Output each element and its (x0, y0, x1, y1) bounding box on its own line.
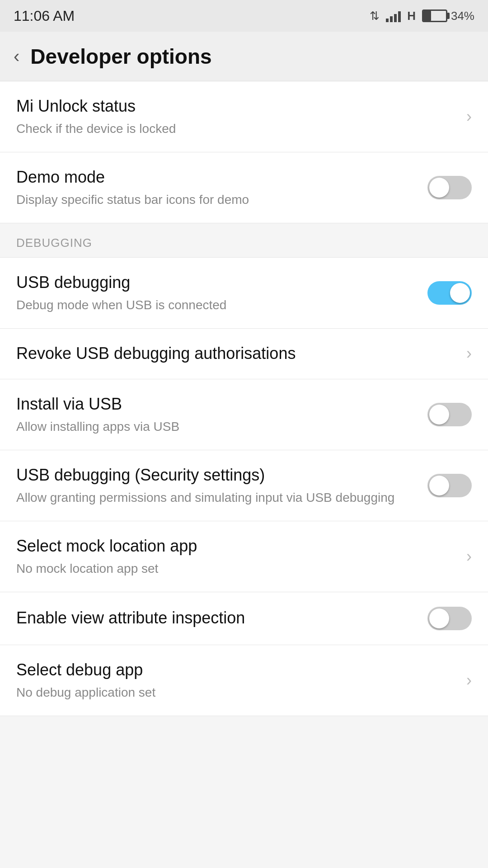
toggle-install-via-usb[interactable] (427, 403, 472, 426)
toggle-thumb-usb-debugging (450, 283, 470, 303)
status-icons: ⇅ H 34% (370, 9, 474, 23)
settings-item-mock-location[interactable]: Select mock location appNo mock location… (0, 521, 488, 592)
toggle-track-install-via-usb[interactable] (427, 403, 472, 426)
toggle-track-view-attribute[interactable] (427, 607, 472, 630)
battery-indicator: 34% (422, 9, 474, 23)
settings-item-subtitle-usb-debugging: Debug mode when USB is connected (16, 296, 418, 314)
chevron-right-icon: › (466, 671, 472, 690)
back-button[interactable]: ‹ (14, 46, 19, 66)
toggle-track-usb-debugging-security[interactable] (427, 474, 472, 497)
settings-item-subtitle-usb-debugging-security: Allow granting permissions and simulatin… (16, 489, 418, 506)
settings-item-subtitle-debug-app: No debug application set (16, 684, 457, 701)
chevron-right-icon: › (466, 107, 472, 126)
settings-item-mi-unlock[interactable]: Mi Unlock statusCheck if the device is l… (0, 81, 488, 152)
settings-item-view-attribute[interactable]: Enable view attribute inspection (0, 592, 488, 645)
settings-item-left-debug-app: Select debug appNo debug application set (16, 660, 466, 701)
settings-item-left-mock-location: Select mock location appNo mock location… (16, 536, 466, 577)
settings-item-left-install-via-usb: Install via USBAllow installing apps via… (16, 394, 427, 435)
toggle-demo-mode[interactable] (427, 176, 472, 199)
settings-item-left-revoke-usb: Revoke USB debugging authorisations (16, 343, 466, 364)
signal-strength-icon (386, 9, 401, 22)
status-bar: 11:06 AM ⇅ H 34% (0, 0, 488, 32)
settings-item-install-via-usb[interactable]: Install via USBAllow installing apps via… (0, 379, 488, 450)
settings-item-usb-debugging-security[interactable]: USB debugging (Security settings)Allow g… (0, 450, 488, 521)
settings-item-title-view-attribute: Enable view attribute inspection (16, 608, 418, 629)
settings-item-title-install-via-usb: Install via USB (16, 394, 418, 415)
settings-item-subtitle-install-via-usb: Allow installing apps via USB (16, 418, 418, 435)
chevron-right-icon: › (466, 344, 472, 363)
toggle-thumb-view-attribute (429, 609, 449, 628)
settings-item-subtitle-mock-location: No mock location app set (16, 560, 457, 577)
settings-item-subtitle-demo-mode: Display specific status bar icons for de… (16, 191, 418, 208)
settings-item-title-mock-location: Select mock location app (16, 536, 457, 557)
network-type-icon: H (407, 9, 416, 23)
settings-item-title-demo-mode: Demo mode (16, 167, 418, 188)
battery-percent: 34% (451, 9, 474, 23)
battery-fill (423, 11, 431, 21)
settings-item-demo-mode[interactable]: Demo modeDisplay specific status bar ico… (0, 152, 488, 223)
toggle-thumb-usb-debugging-security (429, 476, 449, 495)
settings-item-left-mi-unlock: Mi Unlock statusCheck if the device is l… (16, 96, 466, 137)
toggle-view-attribute[interactable] (427, 607, 472, 630)
settings-item-debug-app[interactable]: Select debug appNo debug application set… (0, 645, 488, 716)
settings-item-left-usb-debugging-security: USB debugging (Security settings)Allow g… (16, 465, 427, 506)
page-title: Developer options (30, 44, 211, 69)
battery-icon (422, 9, 447, 22)
status-time: 11:06 AM (14, 8, 75, 24)
settings-item-title-mi-unlock: Mi Unlock status (16, 96, 457, 117)
toggle-track-usb-debugging[interactable] (427, 281, 472, 305)
section-header-debugging: DEBUGGING (0, 223, 488, 258)
settings-item-title-usb-debugging: USB debugging (16, 272, 418, 293)
toggle-thumb-demo-mode (429, 178, 449, 198)
toggle-usb-debugging-security[interactable] (427, 474, 472, 497)
settings-item-usb-debugging[interactable]: USB debuggingDebug mode when USB is conn… (0, 258, 488, 329)
toggle-thumb-install-via-usb (429, 405, 449, 425)
data-arrows-icon: ⇅ (370, 9, 380, 23)
toggle-track-demo-mode[interactable] (427, 176, 472, 199)
settings-item-title-debug-app: Select debug app (16, 660, 457, 681)
settings-item-revoke-usb[interactable]: Revoke USB debugging authorisations› (0, 329, 488, 379)
page-header: ‹ Developer options (0, 32, 488, 81)
toggle-usb-debugging[interactable] (427, 281, 472, 305)
chevron-right-icon: › (466, 547, 472, 566)
settings-item-left-usb-debugging: USB debuggingDebug mode when USB is conn… (16, 272, 427, 314)
settings-item-left-demo-mode: Demo modeDisplay specific status bar ico… (16, 167, 427, 208)
settings-item-left-view-attribute: Enable view attribute inspection (16, 608, 427, 629)
settings-item-title-revoke-usb: Revoke USB debugging authorisations (16, 343, 457, 364)
settings-list: Mi Unlock statusCheck if the device is l… (0, 81, 488, 716)
settings-item-title-usb-debugging-security: USB debugging (Security settings) (16, 465, 418, 486)
settings-item-subtitle-mi-unlock: Check if the device is locked (16, 120, 457, 137)
